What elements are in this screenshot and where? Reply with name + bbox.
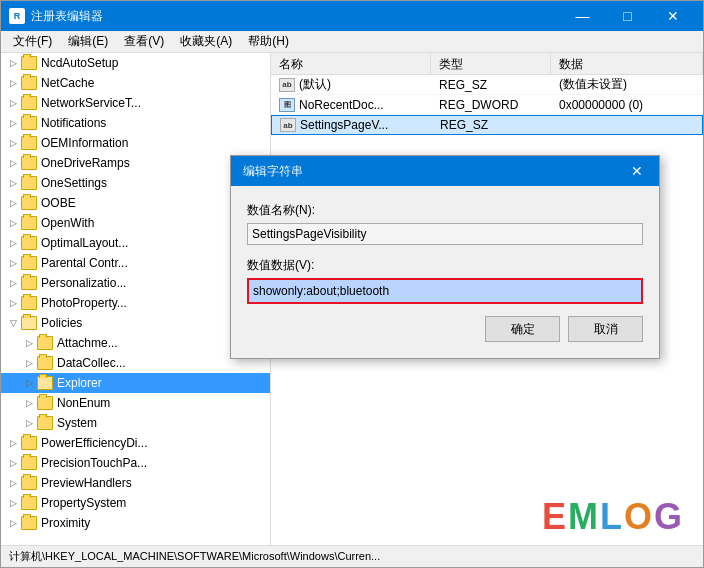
value-input-wrapper bbox=[247, 278, 643, 304]
cancel-button[interactable]: 取消 bbox=[568, 316, 643, 342]
name-label: 数值名称(N): bbox=[247, 202, 643, 219]
dialog-buttons: 确定 取消 bbox=[247, 316, 643, 342]
dialog-close-button[interactable]: ✕ bbox=[627, 161, 647, 181]
dialog-title-bar: 编辑字符串 ✕ bbox=[231, 156, 659, 186]
confirm-button[interactable]: 确定 bbox=[485, 316, 560, 342]
dialog-title-text: 编辑字符串 bbox=[243, 163, 303, 180]
name-input[interactable] bbox=[247, 223, 643, 245]
dialog-body: 数值名称(N): 数值数据(V): 确定 取消 bbox=[231, 186, 659, 358]
edit-string-dialog: 编辑字符串 ✕ 数值名称(N): 数值数据(V): 确定 取消 bbox=[230, 155, 660, 359]
dialog-overlay: 编辑字符串 ✕ 数值名称(N): 数值数据(V): 确定 取消 bbox=[0, 0, 704, 568]
value-input[interactable] bbox=[249, 280, 641, 302]
data-label: 数值数据(V): bbox=[247, 257, 643, 274]
